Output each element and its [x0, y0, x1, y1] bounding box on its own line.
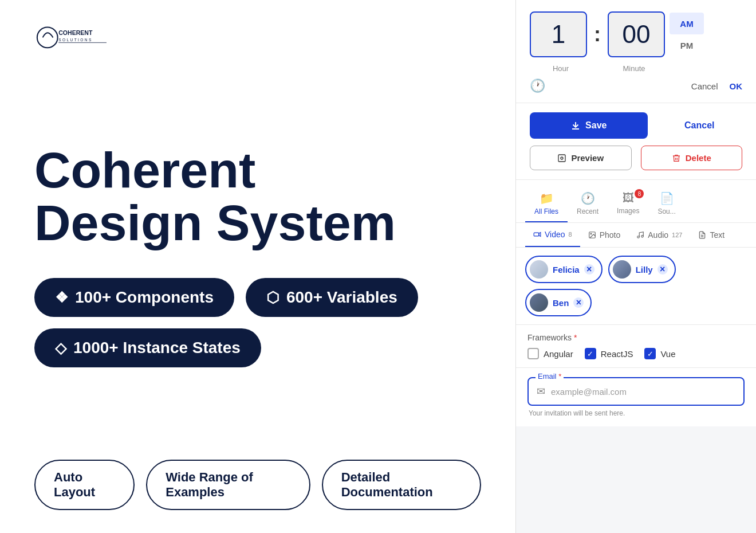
badge-instance-states: ◇ 1000+ Instance States [34, 328, 261, 367]
images-icon: 🖼 [623, 191, 634, 205]
save-button[interactable]: Save [530, 112, 648, 139]
badge-variables: ⬡ 600+ Variables [246, 278, 418, 317]
badge-documentation: Detailed Documentation [322, 460, 481, 510]
person-tag-ben[interactable]: Ben × [525, 289, 592, 316]
person-tag-lilly[interactable]: Lilly × [608, 256, 676, 283]
right-filler [516, 426, 756, 533]
images-badge: 8 [635, 189, 644, 198]
secondary-actions-row: Preview Delete [530, 146, 742, 170]
svg-text:COHERENT: COHERENT [58, 29, 93, 36]
tab-all-files[interactable]: 📁 All Files [525, 187, 568, 222]
avatar-lilly [613, 260, 631, 279]
badge-auto-layout: Auto Layout [34, 460, 135, 510]
feature-badges: ❖ 100+ Components ⬡ 600+ Variables [34, 278, 481, 317]
media-tab-video[interactable]: Video 8 [525, 223, 580, 247]
avatar-felicia [530, 260, 548, 279]
people-tags: Felicia × Lilly × Ben × [525, 256, 747, 316]
media-tab-audio-label: Audio [648, 230, 668, 240]
time-actions: Cancel OK [691, 81, 742, 91]
angular-label: Angular [544, 349, 573, 359]
right-panel: 1 : 00 AM PM Hour Minute 🕐 Cancel OK [515, 0, 756, 533]
variables-icon: ⬡ [266, 289, 279, 307]
media-tabs-row: Video 8 Photo Audio 127 Text [525, 223, 747, 247]
email-label: Email * [536, 372, 564, 381]
framework-vue[interactable]: ✓ Vue [644, 348, 675, 359]
person-tag-felicia[interactable]: Felicia × [525, 256, 603, 283]
minute-input[interactable]: 00 [608, 11, 665, 57]
time-ok-button[interactable]: OK [730, 81, 743, 91]
svg-rect-4 [558, 155, 565, 162]
remove-ben-button[interactable]: × [573, 297, 584, 308]
clock-icon: 🕐 [530, 79, 545, 93]
media-tab-text-label: Text [710, 230, 724, 240]
video-icon [533, 230, 541, 238]
text-icon [698, 231, 706, 239]
recent-icon: 🕐 [581, 191, 595, 205]
delete-icon [672, 154, 681, 163]
left-panel: COHERENT SOLUTIONS Coherent Design Syste… [0, 0, 515, 533]
time-picker-section: 1 : 00 AM PM Hour Minute 🕐 Cancel OK [516, 0, 756, 103]
hour-input[interactable]: 1 [530, 11, 587, 57]
svg-point-9 [637, 236, 640, 238]
remove-lilly-button[interactable]: × [657, 264, 668, 275]
media-tab-audio[interactable]: Audio 127 [628, 223, 690, 247]
save-icon [570, 120, 581, 131]
badge-examples: Wide Range of Examples [146, 460, 310, 510]
avatar-ben [530, 293, 548, 312]
cancel-button[interactable]: Cancel [657, 120, 743, 131]
svg-point-5 [561, 157, 563, 159]
tab-images[interactable]: 8 🖼 Images [608, 187, 648, 222]
person-name-felicia: Felicia [553, 265, 580, 275]
delete-button[interactable]: Delete [641, 146, 743, 170]
folder-icon: 📁 [540, 191, 554, 205]
svg-rect-6 [534, 233, 539, 236]
preview-icon [557, 154, 566, 163]
photo-icon [588, 231, 596, 239]
tab-recent[interactable]: 🕐 Recent [568, 187, 608, 222]
frameworks-label: Frameworks * [527, 333, 745, 342]
media-tab-photo[interactable]: Photo [580, 223, 629, 247]
people-section: Felicia × Lilly × Ben × [516, 248, 756, 325]
time-cancel-button[interactable]: Cancel [691, 81, 718, 91]
reactjs-checkbox[interactable]: ✓ [585, 348, 596, 359]
email-input[interactable]: example@mail.com [551, 387, 627, 397]
action-buttons-section: Save Cancel Preview Delete [516, 103, 756, 180]
framework-angular[interactable]: Angular [527, 348, 573, 359]
preview-button[interactable]: Preview [530, 146, 632, 170]
email-section: Email * ✉ example@mail.com Your invitati… [516, 368, 756, 426]
remove-felicia-button[interactable]: × [584, 264, 594, 275]
email-field-wrapper: Email * ✉ example@mail.com [527, 377, 745, 406]
svg-text:SOLUTIONS: SOLUTIONS [58, 38, 93, 42]
media-tab-video-label: Video [545, 230, 565, 239]
time-inputs: 1 : 00 AM PM [530, 11, 742, 57]
vue-label: Vue [660, 349, 675, 359]
person-name-ben: Ben [553, 298, 569, 308]
tab-sound[interactable]: 📄 Sou... [648, 187, 684, 222]
email-input-row: ✉ example@mail.com [537, 385, 735, 398]
bottom-badges: Auto Layout Wide Range of Examples Detai… [34, 460, 481, 510]
time-colon: : [592, 22, 603, 46]
file-tabs-row: 📁 All Files 🕐 Recent 8 🖼 Images 📄 Sou... [525, 187, 747, 222]
hour-label: Hour [532, 64, 589, 73]
badge-components: ❖ 100+ Components [34, 278, 234, 317]
am-button[interactable]: AM [670, 13, 704, 34]
time-labels: Hour Minute [532, 64, 742, 73]
file-tabs-section: 📁 All Files 🕐 Recent 8 🖼 Images 📄 Sou... [516, 180, 756, 223]
minute-label: Minute [605, 64, 663, 73]
tab-images-label: Images [617, 207, 639, 215]
vue-checkbox[interactable]: ✓ [644, 348, 656, 359]
time-footer: 🕐 Cancel OK [530, 73, 742, 93]
tab-recent-label: Recent [577, 207, 598, 215]
tab-sound-label: Sou... [657, 207, 675, 215]
frameworks-section: Frameworks * Angular ✓ ReactJS ✓ Vue [516, 325, 756, 368]
logo-area: COHERENT SOLUTIONS [34, 23, 481, 52]
pm-button[interactable]: PM [670, 34, 704, 56]
email-hint: Your invitation will be sent here. [527, 409, 745, 417]
logo-svg: COHERENT SOLUTIONS [34, 23, 109, 52]
media-tab-text[interactable]: Text [690, 223, 733, 247]
angular-checkbox[interactable] [527, 348, 539, 359]
ampm-selector[interactable]: AM PM [670, 13, 704, 56]
primary-actions-row: Save Cancel [530, 112, 742, 139]
diamond-icon: ◇ [55, 339, 66, 357]
framework-reactjs[interactable]: ✓ ReactJS [585, 348, 633, 359]
